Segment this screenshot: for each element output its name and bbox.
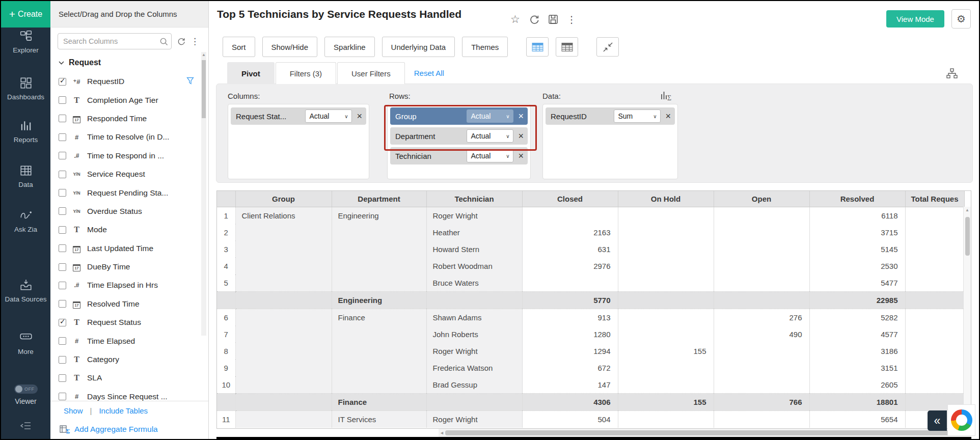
field-checkbox[interactable] [59, 152, 66, 159]
table-vertical-scrollbar[interactable]: ▲ [963, 207, 971, 428]
field-checkbox[interactable] [59, 300, 66, 308]
chip-remove-icon[interactable]: × [518, 112, 524, 121]
sparkline-button[interactable]: Sparkline [324, 37, 375, 57]
tab-pivot[interactable]: Pivot [227, 62, 275, 84]
field-row[interactable]: 17Resolved Time [56, 295, 195, 313]
sidebar-item-explorer[interactable]: Explorer [1, 30, 50, 54]
field-row[interactable]: #Time Elapsed [56, 332, 195, 350]
field-checkbox[interactable] [59, 189, 66, 197]
field-checkbox[interactable] [59, 282, 66, 289]
field-row[interactable]: ⁺#RequestID [56, 72, 195, 91]
chip-request-stat-[interactable]: Request Stat...Actual∨× [231, 107, 366, 125]
chip-department[interactable]: DepartmentActual∨× [390, 127, 528, 145]
data-drop-zone[interactable]: RequestIDSum∨× [542, 104, 678, 179]
field-checkbox[interactable] [59, 171, 66, 178]
chip-aggregate-dropdown[interactable]: Actual∨ [467, 129, 513, 143]
settings-gear-icon[interactable]: ⚙ [951, 9, 971, 29]
field-checkbox[interactable] [59, 207, 66, 215]
panel-menu-icon[interactable]: ⋮ [190, 37, 199, 46]
summary-sigma-icon[interactable]: Σ [660, 90, 673, 103]
field-checkbox[interactable] [59, 115, 66, 122]
view-mode-button[interactable]: View Mode [886, 10, 944, 28]
classic-view-button[interactable] [556, 37, 578, 57]
chip-aggregate-dropdown[interactable]: Actual∨ [467, 149, 513, 162]
show-hide-button[interactable]: Show/Hide [262, 37, 318, 57]
chip-requestid[interactable]: RequestIDSum∨× [546, 107, 675, 125]
field-checkbox[interactable] [59, 374, 66, 382]
collapse-panel-button[interactable] [596, 37, 619, 57]
chip-aggregate-dropdown[interactable]: Sum∨ [614, 109, 661, 123]
field-checkbox[interactable] [59, 263, 66, 271]
sidebar-item-dashboards[interactable]: Dashboards [1, 76, 50, 101]
refresh-report-icon[interactable] [529, 14, 539, 25]
refresh-columns-icon[interactable] [177, 37, 185, 46]
request-section-header[interactable]: Request [59, 58, 101, 67]
sidebar-item-more[interactable]: More [1, 331, 50, 356]
field-row[interactable]: .#Time Elapsed in Hrs [56, 276, 195, 294]
field-row[interactable]: TSLA [56, 369, 195, 387]
field-row[interactable]: TMode [56, 221, 195, 239]
report-menu-icon[interactable]: ⋮ [567, 15, 577, 24]
viewer-toggle[interactable]: OFF [14, 384, 38, 394]
chip-remove-icon[interactable]: × [518, 131, 524, 141]
sidebar-item-datasources[interactable]: Data Sources [1, 279, 50, 304]
compact-view-button[interactable] [526, 37, 549, 57]
vertical-scrollbar-thumb[interactable] [965, 217, 970, 256]
field-checkbox[interactable] [59, 319, 66, 326]
field-row[interactable]: Y/NRequest Pending Sta... [56, 183, 195, 202]
themes-button[interactable]: Themes [462, 37, 508, 57]
field-checkbox[interactable] [59, 244, 66, 252]
show-link[interactable]: Show [64, 406, 83, 415]
field-checkbox[interactable] [59, 133, 66, 141]
sidebar-item-data[interactable]: Data [1, 164, 50, 189]
field-row[interactable]: 17Last Updated Time [56, 239, 195, 258]
reset-all-link[interactable]: Reset All [414, 69, 444, 77]
add-aggregate-row[interactable]: Σ Add Aggregate Formula [50, 420, 208, 439]
field-row[interactable]: TRequest Status [56, 313, 195, 332]
save-icon[interactable] [548, 14, 558, 24]
include-tables-link[interactable]: Include Tables [99, 406, 148, 415]
chip-aggregate-dropdown[interactable]: Actual∨ [305, 109, 352, 123]
rows-drop-zone[interactable]: GroupActual∨×DepartmentActual∨×Technicia… [387, 104, 531, 179]
field-row[interactable]: #Time to Resolve (in D... [56, 128, 195, 146]
field-row[interactable]: Y/NOverdue Status [56, 202, 195, 221]
hierarchy-view-icon[interactable] [946, 68, 958, 81]
underlying-data-button[interactable]: Underlying Data [382, 37, 455, 57]
panel-scrollbar-thumb[interactable] [202, 60, 206, 118]
field-checkbox[interactable] [59, 78, 66, 86]
field-row[interactable]: 17DueBy Time [56, 258, 195, 276]
field-row[interactable]: TCategory [56, 350, 195, 369]
chip-aggregate-dropdown[interactable]: Actual∨ [467, 109, 513, 123]
sidebar-collapse-button[interactable] [1, 420, 50, 434]
field-checkbox[interactable] [59, 393, 66, 400]
tab-filters-3-[interactable]: Filters (3) [276, 62, 336, 84]
chip-remove-icon[interactable]: × [665, 112, 671, 121]
field-checkbox[interactable] [59, 226, 66, 234]
tab-user-filters[interactable]: User Filters [337, 62, 405, 84]
field-row[interactable]: Y/NService Request [56, 165, 195, 183]
filter-funnel-icon[interactable] [186, 77, 194, 87]
text-type-icon: T [70, 355, 83, 364]
sidebar-item-reports[interactable]: Reports [1, 119, 50, 144]
collapse-right-panel-button[interactable]: « [928, 410, 947, 431]
search-input[interactable] [62, 37, 159, 46]
columns-drop-zone[interactable]: Request Stat...Actual∨× [228, 104, 369, 179]
chip-remove-icon[interactable]: × [518, 151, 524, 160]
chip-remove-icon[interactable]: × [357, 112, 362, 121]
cell [905, 274, 964, 292]
panel-scrollbar[interactable]: ▲ [201, 52, 206, 336]
field-checkbox[interactable] [59, 356, 66, 364]
sidebar-item-askzia[interactable]: Ask Zia [1, 209, 50, 234]
field-checkbox[interactable] [59, 337, 66, 345]
chip-technician[interactable]: TechnicianActual∨× [390, 147, 528, 164]
field-row[interactable]: .#Time to Respond in ... [56, 147, 195, 165]
table-horizontal-scrollbar[interactable]: ◄ [439, 429, 971, 437]
field-row[interactable]: TCompletion Age Tier [56, 91, 195, 109]
create-button[interactable]: + Create [1, 1, 50, 28]
field-row[interactable]: 17Responded Time [56, 109, 195, 128]
horizontal-scrollbar-thumb[interactable] [445, 430, 970, 435]
field-checkbox[interactable] [59, 96, 66, 104]
sort-button[interactable]: Sort [223, 37, 255, 57]
favorite-star-icon[interactable]: ☆ [510, 13, 520, 25]
chip-group[interactable]: GroupActual∨× [390, 107, 528, 125]
